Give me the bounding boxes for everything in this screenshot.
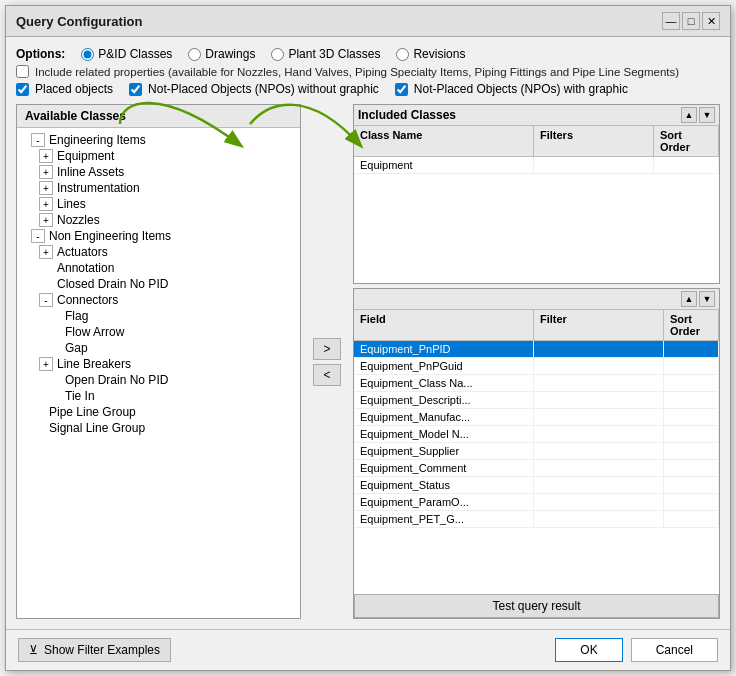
tree-item-annotation[interactable]: Annotation (21, 260, 296, 276)
tree-label-connectors: Connectors (57, 293, 118, 307)
fields-scroll-up[interactable]: ▲ (681, 291, 697, 307)
field-filter-6[interactable] (534, 443, 664, 459)
tree-item-pipe-line-group[interactable]: Pipe Line Group (21, 404, 296, 420)
expander-inline-assets[interactable]: + (39, 165, 53, 179)
tree-label-engineering-items: Engineering Items (49, 133, 146, 147)
expander-non-engineering[interactable]: - (31, 229, 45, 243)
radio-plant3d[interactable]: Plant 3D Classes (271, 47, 380, 61)
field-filter-4[interactable] (534, 409, 664, 425)
tree-item-signal-line-group[interactable]: Signal Line Group (21, 420, 296, 436)
tree-item-actuators[interactable]: + Actuators (21, 244, 296, 260)
tree-item-instrumentation[interactable]: + Instrumentation (21, 180, 296, 196)
title-bar-buttons: — □ ✕ (662, 12, 720, 30)
tree-item-inline-assets[interactable]: + Inline Assets (21, 164, 296, 180)
field-row-3[interactable]: Equipment_Descripti... (354, 392, 719, 409)
radio-revisions[interactable]: Revisions (396, 47, 465, 61)
expander-instrumentation[interactable]: + (39, 181, 53, 195)
field-filter-9[interactable] (534, 494, 664, 510)
tree-item-nozzles[interactable]: + Nozzles (21, 212, 296, 228)
field-row-1[interactable]: Equipment_PnPGuid (354, 358, 719, 375)
remove-button[interactable]: < (313, 364, 341, 386)
field-name-10: Equipment_PET_G... (354, 511, 534, 527)
included-classes-title: Included Classes (358, 108, 456, 122)
available-classes-tree: - Engineering Items + Equipment + Inline… (17, 128, 300, 618)
field-row-4[interactable]: Equipment_Manufac... (354, 409, 719, 426)
show-filter-examples-button[interactable]: ⊻ Show Filter Examples (18, 638, 171, 662)
npo-with-graphic-checkbox[interactable] (395, 83, 408, 96)
npo-without-graphic-label[interactable]: Not-Placed Objects (NPOs) without graphi… (129, 82, 379, 96)
tree-item-open-drain[interactable]: Open Drain No PID (21, 372, 296, 388)
minimize-button[interactable]: — (662, 12, 680, 30)
test-query-button[interactable]: Test query result (354, 594, 719, 618)
expander-equipment[interactable]: + (39, 149, 53, 163)
query-configuration-dialog: Query Configuration — □ ✕ Options: P&ID … (5, 5, 731, 671)
npo-with-graphic-text: Not-Placed Objects (NPOs) with graphic (414, 82, 628, 96)
tree-item-engineering-items[interactable]: - Engineering Items (21, 132, 296, 148)
field-filter-0[interactable] (534, 341, 664, 357)
tree-item-lines[interactable]: + Lines (21, 196, 296, 212)
included-row-equipment[interactable]: Equipment (354, 157, 719, 174)
npo-without-graphic-checkbox[interactable] (129, 83, 142, 96)
field-row-9[interactable]: Equipment_ParamO... (354, 494, 719, 511)
fields-scroll-down[interactable]: ▼ (699, 291, 715, 307)
field-sort-4 (664, 409, 719, 425)
close-button[interactable]: ✕ (702, 12, 720, 30)
expander-engineering-items[interactable]: - (31, 133, 45, 147)
col-filters: Filters (534, 126, 654, 156)
placed-objects-checkbox[interactable] (16, 83, 29, 96)
radio-pid[interactable]: P&ID Classes (81, 47, 172, 61)
field-row-7[interactable]: Equipment_Comment (354, 460, 719, 477)
field-filter-7[interactable] (534, 460, 664, 476)
fields-scroll-arrows: ▲ ▼ (681, 291, 715, 307)
tree-item-non-engineering[interactable]: - Non Engineering Items (21, 228, 296, 244)
include-related-checkbox[interactable] (16, 65, 29, 78)
tree-label-nozzles: Nozzles (57, 213, 100, 227)
expander-connectors[interactable]: - (39, 293, 53, 307)
field-sort-10 (664, 511, 719, 527)
field-row-0[interactable]: Equipment_PnPID (354, 341, 719, 358)
tree-item-connectors[interactable]: - Connectors (21, 292, 296, 308)
field-sort-2 (664, 375, 719, 391)
field-row-5[interactable]: Equipment_Model N... (354, 426, 719, 443)
tree-item-line-breakers[interactable]: + Line Breakers (21, 356, 296, 372)
npo-with-graphic-label[interactable]: Not-Placed Objects (NPOs) with graphic (395, 82, 628, 96)
field-row-10[interactable]: Equipment_PET_G... (354, 511, 719, 528)
field-filter-1[interactable] (534, 358, 664, 374)
ok-button[interactable]: OK (555, 638, 622, 662)
tree-label-closed-drain: Closed Drain No PID (57, 277, 168, 291)
expander-nozzles[interactable]: + (39, 213, 53, 227)
field-filter-2[interactable] (534, 375, 664, 391)
cancel-button[interactable]: Cancel (631, 638, 718, 662)
field-row-2[interactable]: Equipment_Class Na... (354, 375, 719, 392)
tree-label-flow-arrow: Flow Arrow (65, 325, 124, 339)
tree-item-flag[interactable]: Flag (21, 308, 296, 324)
expander-actuators[interactable]: + (39, 245, 53, 259)
options-row: Options: P&ID Classes Drawings Plant 3D … (16, 47, 720, 61)
expander-line-breakers[interactable]: + (39, 357, 53, 371)
tree-item-gap[interactable]: Gap (21, 340, 296, 356)
included-classes-table-body: Equipment (354, 157, 719, 283)
field-row-8[interactable]: Equipment_Status (354, 477, 719, 494)
field-name-3: Equipment_Descripti... (354, 392, 534, 408)
field-row-6[interactable]: Equipment_Supplier (354, 443, 719, 460)
tree-item-tie-in[interactable]: Tie In (21, 388, 296, 404)
placed-objects-checkbox-label[interactable]: Placed objects (16, 82, 113, 96)
field-filter-5[interactable] (534, 426, 664, 442)
tree-item-closed-drain[interactable]: Closed Drain No PID (21, 276, 296, 292)
expander-lines[interactable]: + (39, 197, 53, 211)
field-sort-5 (664, 426, 719, 442)
radio-plant3d-label: Plant 3D Classes (288, 47, 380, 61)
npo-without-graphic-text: Not-Placed Objects (NPOs) without graphi… (148, 82, 379, 96)
tree-item-equipment[interactable]: + Equipment (21, 148, 296, 164)
field-filter-10[interactable] (534, 511, 664, 527)
radio-drawings[interactable]: Drawings (188, 47, 255, 61)
included-scroll-up[interactable]: ▲ (681, 107, 697, 123)
maximize-button[interactable]: □ (682, 12, 700, 30)
field-filter-8[interactable] (534, 477, 664, 493)
field-filter-3[interactable] (534, 392, 664, 408)
col-field: Field (354, 310, 534, 340)
add-button[interactable]: > (313, 338, 341, 360)
included-scroll-down[interactable]: ▼ (699, 107, 715, 123)
included-filters (534, 157, 654, 173)
tree-item-flow-arrow[interactable]: Flow Arrow (21, 324, 296, 340)
